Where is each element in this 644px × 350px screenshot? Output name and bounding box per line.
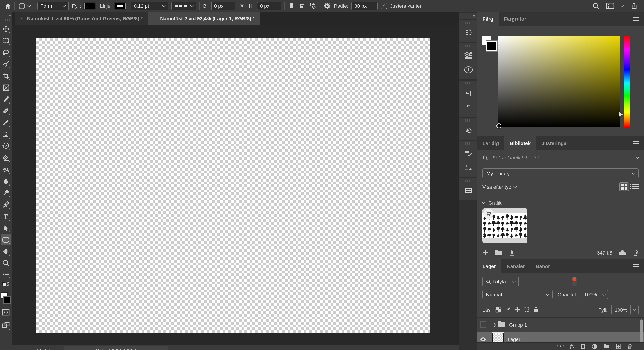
- hue-slider-handle[interactable]: [619, 112, 625, 117]
- quick-mask-icon[interactable]: [1, 306, 11, 318]
- close-icon[interactable]: ×: [20, 15, 24, 22]
- new-layer-icon[interactable]: [616, 344, 621, 349]
- tool-preset-icon[interactable]: [18, 3, 30, 9]
- paragraph-panel-icon[interactable]: ¶: [462, 101, 475, 114]
- layer-thumbnail[interactable]: [492, 333, 504, 342]
- glyphs-panel-icon[interactable]: [462, 184, 475, 197]
- brushes-panel-icon[interactable]: [462, 161, 475, 174]
- chevron-down-icon[interactable]: [620, 4, 624, 7]
- edit-toolbar-icon[interactable]: [1, 269, 11, 280]
- saturation-brightness-field[interactable]: [498, 36, 620, 127]
- workspace-icon[interactable]: [606, 3, 614, 9]
- tab-paths[interactable]: Banor: [530, 259, 556, 273]
- dock-grip[interactable]: [463, 45, 473, 47]
- delete-layer-icon[interactable]: [627, 344, 632, 349]
- marquee-tool[interactable]: [1, 35, 11, 46]
- layer-name[interactable]: Grupp 1: [509, 322, 527, 327]
- path-operations-icon[interactable]: [288, 2, 295, 10]
- cloud-sync-icon[interactable]: [618, 250, 627, 256]
- scrollbar-thumb[interactable]: [640, 319, 643, 342]
- crop-tool[interactable]: [1, 70, 11, 82]
- layer-filter-select[interactable]: Rityta: [482, 277, 519, 286]
- trash-icon[interactable]: [633, 249, 638, 256]
- tab-channels[interactable]: Kanaler: [501, 259, 530, 273]
- dock-grip[interactable]: [463, 180, 473, 182]
- new-group-folder-icon[interactable]: [494, 249, 503, 256]
- chevron-down-icon[interactable]: [514, 184, 517, 188]
- dock-grip[interactable]: [463, 119, 473, 122]
- link-dimensions-icon[interactable]: [238, 3, 246, 9]
- add-asset-icon[interactable]: [482, 249, 489, 256]
- stroke-swatch[interactable]: [115, 3, 126, 9]
- dodge-tool[interactable]: [1, 187, 11, 199]
- lock-position-icon[interactable]: [514, 307, 520, 313]
- disclosure-chevron-icon[interactable]: ❯: [493, 322, 496, 327]
- zoom-level-value[interactable]: 92,4%: [28, 346, 60, 350]
- info-panel-icon[interactable]: [462, 63, 475, 77]
- filter-toggle[interactable]: [572, 277, 577, 286]
- share-icon[interactable]: [630, 2, 638, 10]
- lock-transparency-icon[interactable]: [496, 307, 501, 313]
- new-group-icon[interactable]: [604, 344, 610, 349]
- visibility-toggle[interactable]: [477, 332, 489, 342]
- properties-panel-icon[interactable]: [462, 49, 475, 62]
- blend-mode-select[interactable]: Normal: [482, 290, 553, 299]
- pen-tool[interactable]: [1, 199, 11, 210]
- tab-adjustments[interactable]: Justeringar: [536, 137, 574, 150]
- search-icon[interactable]: [592, 2, 600, 10]
- graphic-asset-thumbnail[interactable]: [482, 208, 528, 243]
- home-icon[interactable]: [4, 3, 11, 9]
- character-panel-icon[interactable]: A|: [462, 86, 475, 100]
- eraser-tool[interactable]: [1, 152, 11, 164]
- type-tool[interactable]: [1, 210, 11, 222]
- path-selection-tool[interactable]: [1, 222, 11, 234]
- document-tab-2[interactable]: × Namnlöst-2 vid 92,4% (Lager 1, RGB/8) …: [148, 12, 260, 25]
- hand-tool[interactable]: [1, 245, 11, 257]
- layer-row-group[interactable]: ❯ Grupp 1: [477, 317, 644, 332]
- background-color-swatch[interactable]: [486, 41, 497, 51]
- gradient-tool[interactable]: [1, 164, 11, 175]
- tab-swatches[interactable]: Färgrutor: [499, 12, 532, 26]
- frame-tool[interactable]: [1, 82, 11, 93]
- chevron-down-icon[interactable]: [636, 155, 639, 159]
- adjustment-layer-icon[interactable]: [592, 344, 597, 349]
- stroke-width-select[interactable]: 0,12 pt: [131, 2, 168, 10]
- layer-style-fx-icon[interactable]: fx: [570, 344, 574, 348]
- lock-artboard-icon[interactable]: [524, 307, 530, 313]
- fill-swatch[interactable]: [84, 3, 95, 9]
- toolbar-expand-icon[interactable]: »: [0, 12, 12, 18]
- background-color-swatch[interactable]: [4, 297, 10, 303]
- library-search-input[interactable]: [492, 155, 633, 161]
- tab-layers[interactable]: Lager: [477, 259, 501, 273]
- clone-stamp-tool[interactable]: [1, 128, 11, 140]
- status-chevron-icon[interactable]: 〉: [186, 346, 191, 350]
- swap-colors-icon[interactable]: [1, 280, 11, 290]
- view-filter-label[interactable]: Visa efter typ: [482, 184, 511, 189]
- tab-libraries[interactable]: Bibliotek: [504, 137, 536, 150]
- visibility-toggle[interactable]: [477, 317, 489, 331]
- history-panel-icon[interactable]: [462, 26, 475, 39]
- library-select[interactable]: My Library: [482, 168, 638, 178]
- canvas-area[interactable]: [12, 25, 460, 345]
- opacity-input[interactable]: 100%: [580, 290, 608, 299]
- layer-row-selected[interactable]: Lager 1: [477, 332, 644, 342]
- foreground-background-swatches[interactable]: [1, 292, 11, 303]
- shape-height-input[interactable]: 0 px: [257, 2, 281, 10]
- document-size-info[interactable]: Dok: 7,66M/4,00M: [64, 346, 168, 350]
- graphics-group-header[interactable]: Grafik: [482, 200, 638, 205]
- lock-all-icon[interactable]: [533, 307, 539, 313]
- actions-panel-icon[interactable]: [462, 123, 475, 137]
- fill-input[interactable]: 100%: [611, 305, 638, 314]
- path-alignment-icon[interactable]: [298, 2, 306, 10]
- panel-menu-icon[interactable]: [633, 17, 640, 21]
- brush-settings-panel-icon[interactable]: [462, 146, 475, 160]
- blur-tool[interactable]: [1, 175, 11, 187]
- tab-learn[interactable]: Lär dig: [477, 137, 504, 150]
- history-brush-tool[interactable]: [1, 140, 11, 152]
- layer-name[interactable]: Lager 1: [508, 336, 524, 342]
- align-edges-checkbox[interactable]: ✓: [380, 3, 387, 9]
- quick-selection-tool[interactable]: [1, 58, 11, 70]
- document-tab-1[interactable]: × Namnlöst-1 vid 90% (Gains And Greens, …: [15, 12, 148, 25]
- hue-slider[interactable]: [624, 36, 630, 127]
- upload-icon[interactable]: [508, 249, 515, 256]
